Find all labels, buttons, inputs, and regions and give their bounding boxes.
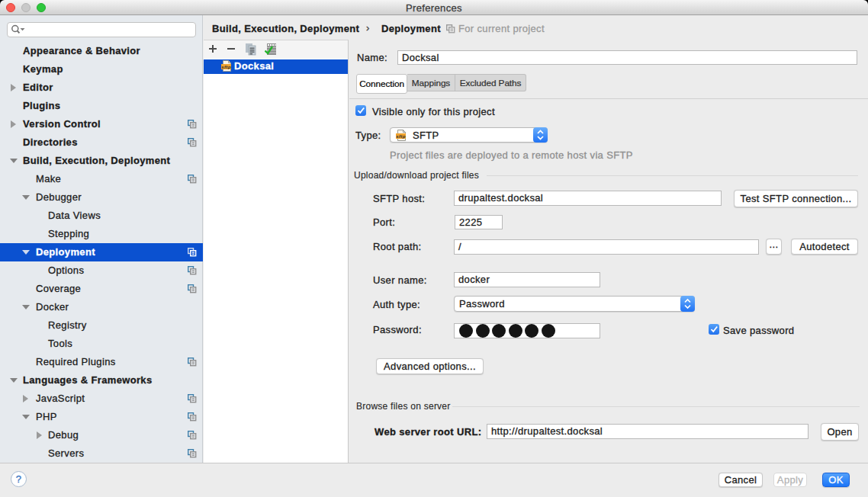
svg-text:sftp: sftp	[396, 133, 406, 139]
svg-text:sftp: sftp	[221, 64, 231, 69]
